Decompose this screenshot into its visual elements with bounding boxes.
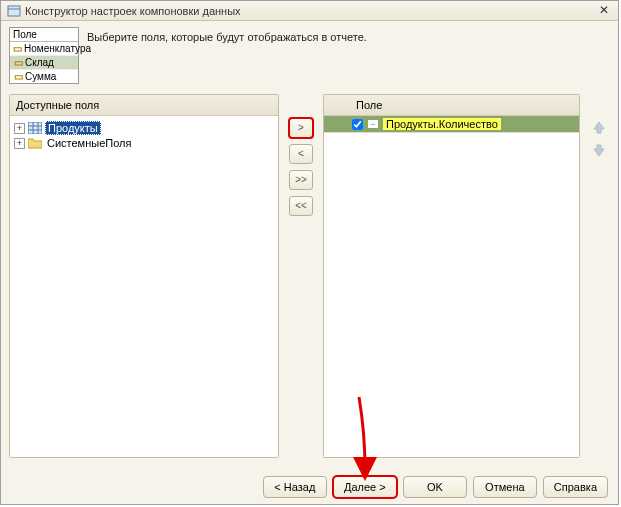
selected-fields-panel: Поле − Продукты.Количество [323,94,580,458]
field-list-row[interactable]: ▭ Сумма [10,70,78,83]
table-icon [28,122,42,134]
ok-button[interactable]: OK [403,476,467,498]
tree-item-label: Продукты [45,121,101,135]
remove-button[interactable]: < [289,144,313,164]
top-area: Поле ▭ Номенклатура ▭ Склад ▭ Сумма Выбе… [1,21,618,86]
field-list-label: Склад [25,57,54,68]
field-list-header: Поле [10,28,78,42]
folder-icon [28,137,42,149]
selected-fields-header: Поле [350,95,388,115]
available-fields-panel: Доступные поля + Продукты + СистемныеПол… [9,94,279,458]
next-button[interactable]: Далее > [333,476,397,498]
available-fields-tree[interactable]: + Продукты + СистемныеПоля [10,116,278,457]
expand-icon[interactable]: + [14,123,25,134]
field-list-label: Номенклатура [24,43,91,54]
minus-icon: − [367,119,379,129]
main-area: Доступные поля + Продукты + СистемныеПол… [1,86,618,466]
help-button[interactable]: Справка [543,476,608,498]
close-button[interactable]: ✕ [596,4,612,18]
add-all-button[interactable]: >> [289,170,313,190]
selected-field-row[interactable]: − Продукты.Количество [324,116,579,133]
field-list-row[interactable]: ▭ Склад [10,56,78,70]
footer-buttons: < Назад Далее > OK Отмена Справка [1,476,618,498]
tree-item-products[interactable]: + Продукты [12,120,276,136]
move-up-button[interactable] [590,118,608,136]
window-title: Конструктор настроек компоновки данных [25,5,596,17]
selected-field-label: Продукты.Количество [383,118,501,130]
add-button[interactable]: > [289,118,313,138]
tree-item-system-fields[interactable]: + СистемныеПоля [12,136,276,150]
minus-icon: ▭ [13,45,22,53]
titlebar: Конструктор настроек компоновки данных ✕ [1,1,618,21]
available-fields-header: Доступные поля [10,95,278,116]
move-down-button[interactable] [590,142,608,160]
checkbox-column-header [324,95,350,115]
app-icon [7,4,21,18]
minus-icon: ▭ [13,59,23,67]
field-list-box: Поле ▭ Номенклатура ▭ Склад ▭ Сумма [9,27,79,84]
field-list-row[interactable]: ▭ Номенклатура [10,42,78,56]
dialog-window: Конструктор настроек компоновки данных ✕… [0,0,619,505]
instruction-text: Выберите поля, которые будут отображатьс… [87,27,367,43]
transfer-buttons: > < >> << [287,94,315,458]
minus-icon: ▭ [13,73,23,81]
row-checkbox[interactable] [352,119,363,130]
selected-fields-list[interactable]: − Продукты.Количество [324,116,579,457]
back-button[interactable]: < Назад [263,476,327,498]
svg-rect-2 [28,122,42,134]
reorder-arrows [588,94,610,458]
svg-rect-0 [8,6,20,16]
field-list-label: Сумма [25,71,56,82]
cancel-button[interactable]: Отмена [473,476,537,498]
selected-fields-header-row: Поле [324,95,579,116]
expand-icon[interactable]: + [14,138,25,149]
tree-item-label: СистемныеПоля [45,137,133,149]
remove-all-button[interactable]: << [289,196,313,216]
